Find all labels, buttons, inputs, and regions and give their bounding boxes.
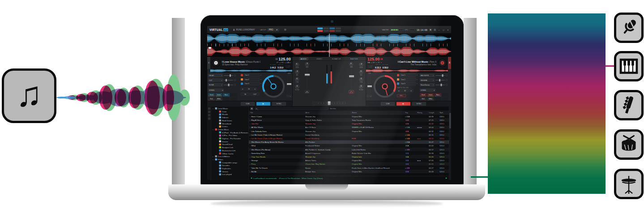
filter-knob[interactable] [359, 85, 363, 89]
stem-pad[interactable] [223, 97, 230, 101]
eq-mid-knob[interactable] [359, 70, 363, 74]
sidebar-item[interactable]: Decades [211, 164, 249, 167]
browser-icon-strip[interactable] [207, 107, 211, 180]
tab-video[interactable]: VIDEO [315, 58, 324, 60]
effect-slider[interactable] [224, 85, 233, 85]
rec-button[interactable]: REC [397, 94, 406, 98]
record-button[interactable] [429, 29, 432, 31]
play-button[interactable]: ▶ [256, 102, 270, 106]
deck-a-sync-mode[interactable]: MASTER SYNC [285, 65, 291, 68]
deck-a-artwork[interactable] [212, 59, 220, 67]
sidebar-item[interactable]: ▾ Filters [211, 158, 249, 161]
tab-scratch[interactable]: SCRATCH [330, 58, 342, 60]
cue-button[interactable]: Cue 2 [400, 78, 416, 81]
user-account[interactable]: RUNE.LUNNORMAY [233, 29, 255, 31]
track-row[interactable]: ♪Pony Oliano feat. Ray Horton Original M… [249, 162, 449, 166]
track-row[interactable]: ♪Let Me Down (Tube & Berger Remix) Danie… [249, 133, 449, 136]
close-button[interactable]: × [447, 29, 449, 31]
effect-select[interactable]: CUT▾ [208, 79, 223, 82]
effect-toggle[interactable] [446, 79, 448, 81]
loop-out-button[interactable]: OUT [251, 93, 260, 96]
cue-button[interactable]: Cue 2 [244, 78, 260, 81]
deck-b-key-row[interactable]: 06A◂KEY▸MT▾ [367, 61, 396, 63]
deck-b-artwork[interactable] [438, 59, 447, 67]
column-artist[interactable]: Artist [304, 112, 351, 114]
effect-toggle[interactable] [446, 75, 448, 77]
cue-color-swatch[interactable] [397, 78, 399, 81]
stem-pad[interactable] [230, 97, 237, 101]
cue-remove-icon[interactable]: × [260, 79, 261, 81]
track-row[interactable]: ♪Take Me To Church Hozier Frank Sonic & … [249, 166, 449, 170]
gain-knob[interactable] [305, 62, 309, 66]
loop-size[interactable]: 16 [245, 88, 253, 91]
rhythm-waveform-zone[interactable] [207, 34, 451, 57]
column-title[interactable]: Title [249, 112, 304, 114]
pitch-fader[interactable] [369, 75, 370, 94]
effect-slider[interactable] [224, 75, 233, 76]
stem-pad[interactable]: Instru [216, 93, 222, 97]
expand-arrow-icon[interactable]: ▾ [213, 108, 214, 110]
sidebar-item[interactable]: Skrivebord [211, 122, 249, 125]
cue-button[interactable]: Cue 3 [400, 82, 416, 85]
track-row[interactable]: ♪All She Wants Ace Of Base SNBRN x KLATC… [249, 126, 449, 129]
cue-color-swatch[interactable] [397, 82, 399, 85]
pitch-fader[interactable] [289, 75, 290, 94]
stem-pad[interactable] [435, 97, 441, 101]
scrollbar-thumb[interactable] [449, 113, 451, 128]
settings-button[interactable] [284, 29, 286, 31]
effect-toggle[interactable] [234, 79, 236, 81]
sidebar-item[interactable]: Hard Drives [211, 119, 249, 122]
stem-pad[interactable]: Kick [420, 97, 426, 101]
cue-color-swatch[interactable] [397, 74, 399, 76]
track-row[interactable]: ♪Jam Hot Sharam Jey Original Mix 02B 05:… [249, 122, 449, 125]
eq-low-knob[interactable] [295, 77, 299, 81]
stem-pad[interactable]: Vocal [420, 93, 426, 97]
column-remix[interactable]: Remix [351, 112, 404, 114]
sidebar-item[interactable]: Videoer [211, 116, 249, 119]
cue-button[interactable]: Cue 1 [400, 73, 416, 77]
effect-slider[interactable] [435, 80, 445, 81]
deck-a-track-overview[interactable] [210, 69, 292, 73]
loop-double-button[interactable]: ▸ [253, 88, 257, 91]
pitch-plus-button[interactable]: + [370, 95, 372, 97]
deck-a-stems-select[interactable]: STEMS▾ [208, 89, 224, 92]
track-row[interactable]: ♪Something New Axwell Λ Ingrosso Robin S… [249, 151, 449, 155]
sidebar-item[interactable]: Crates [211, 125, 249, 128]
gain-knob[interactable] [350, 62, 354, 66]
effect-slider[interactable] [435, 75, 445, 76]
headphone-cue-b-button[interactable] [349, 90, 354, 94]
layout-select[interactable]: PRO ▾ [267, 28, 279, 31]
play-button[interactable]: ▶ [397, 102, 410, 106]
cue-color-swatch[interactable] [241, 74, 243, 76]
deck-b-sync-mode[interactable]: MASTER SYNC [367, 65, 373, 68]
sidebar-item[interactable]: Beatport Link [211, 146, 249, 149]
eq-mid-knob[interactable] [295, 70, 299, 74]
deck-b-track-overview[interactable] [366, 69, 448, 73]
sidebar-item[interactable]: ▾ Online Music [211, 128, 249, 131]
effect-select[interactable]: REVERB▾ [420, 79, 435, 82]
sidebar-item[interactable]: Duplicates [211, 167, 249, 170]
track-row[interactable]: ♪Clap Your Hands Sharam Jey Original mix… [249, 155, 449, 158]
loop-in-button[interactable]: IN [241, 93, 250, 96]
deck-layout-switcher[interactable] [317, 28, 341, 32]
sidebar-item[interactable]: SoundCloud [211, 143, 249, 146]
loop-size[interactable]: 32 [401, 89, 409, 92]
sidebar-item[interactable]: Musikk [211, 113, 249, 116]
play-next-icon[interactable]: ▶ [446, 177, 447, 179]
sidebar-item[interactable]: Deezer [211, 140, 249, 143]
filter-knob[interactable] [295, 85, 299, 89]
effect-toggle[interactable] [234, 75, 236, 77]
stem-pad[interactable] [442, 97, 449, 101]
effect-select[interactable]: NoiseSweep▾ [420, 83, 435, 86]
column-bpm[interactable]: Bpm [439, 112, 449, 114]
sync-button[interactable]: SYNC [272, 102, 286, 106]
stem-pad[interactable]: Instru [427, 93, 434, 97]
jump-letter-chip[interactable]: A [250, 107, 253, 111]
cue-remove-icon[interactable]: × [417, 74, 418, 76]
column-length[interactable]: Length [428, 112, 439, 114]
cue-color-swatch[interactable] [241, 78, 243, 81]
channel-a-fader[interactable] [307, 69, 307, 89]
track-row[interactable]: ♪Bel Air Boogie Vice Original Mix 05B 05… [249, 170, 449, 173]
sidebar-item[interactable]: Compatible songs [211, 161, 249, 164]
effect-slider[interactable] [435, 85, 445, 85]
